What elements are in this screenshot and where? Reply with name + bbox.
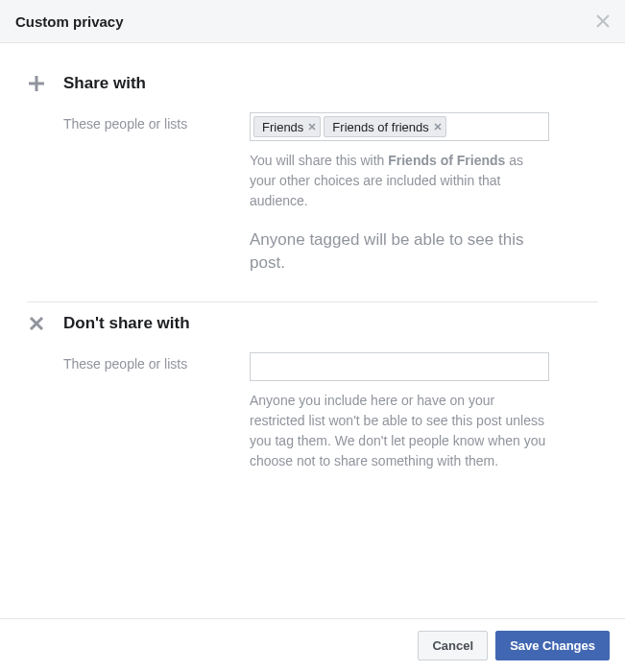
dont-share-section: Don't share with These people or lists A… <box>27 302 598 498</box>
dialog-header: Custom privacy <box>0 0 625 43</box>
close-icon[interactable] <box>596 12 610 31</box>
tagged-note: Anyone tagged will be able to see this p… <box>250 228 549 275</box>
dont-share-title: Don't share with <box>63 314 190 333</box>
audience-token: Friends <box>253 116 321 137</box>
token-label: Friends of friends <box>332 120 428 134</box>
plus-icon <box>27 74 46 93</box>
cancel-button[interactable]: Cancel <box>418 631 488 660</box>
share-with-section: Share with These people or lists Friends… <box>27 62 598 301</box>
dialog-footer: Cancel Save Changes <box>0 618 625 672</box>
audience-token: Friends of friends <box>324 116 445 137</box>
dialog-content: Share with These people or lists Friends… <box>0 43 625 498</box>
share-with-label: These people or lists <box>27 112 250 132</box>
share-with-field: Friends Friends of friends You will shar… <box>250 112 598 275</box>
token-label: Friends <box>262 120 303 134</box>
dont-share-input[interactable] <box>250 352 549 381</box>
token-remove-icon[interactable] <box>308 123 316 131</box>
share-with-row: These people or lists Friends Friends of… <box>27 112 598 275</box>
section-header: Share with <box>27 74 598 93</box>
x-icon <box>27 314 46 333</box>
save-button[interactable]: Save Changes <box>495 631 610 660</box>
share-with-input[interactable]: Friends Friends of friends <box>250 112 549 141</box>
dont-share-row: These people or lists Anyone you include… <box>27 352 598 471</box>
dont-share-field: Anyone you include here or have on your … <box>250 352 598 471</box>
dont-share-label: These people or lists <box>27 352 250 372</box>
dont-share-help-text: Anyone you include here or have on your … <box>250 391 549 471</box>
section-header: Don't share with <box>27 314 598 333</box>
share-with-title: Share with <box>63 74 146 93</box>
share-help-text: You will share this with Friends of Frie… <box>250 151 549 211</box>
dialog-title: Custom privacy <box>15 13 124 30</box>
token-remove-icon[interactable] <box>434 123 442 131</box>
